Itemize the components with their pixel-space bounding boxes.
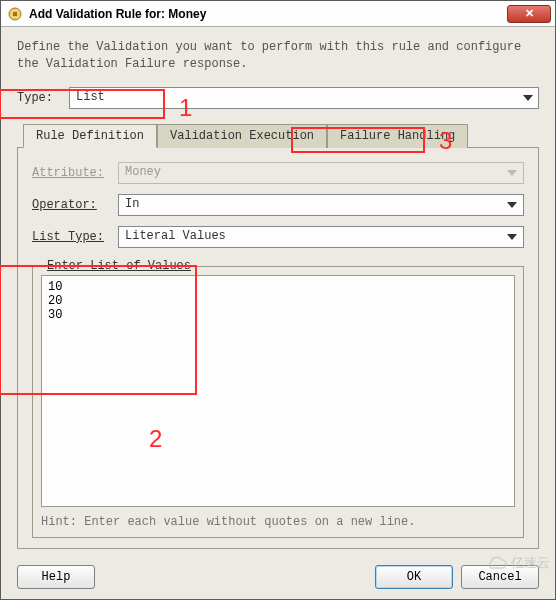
attribute-label: Attribute: <box>32 166 118 180</box>
dialog-description: Define the Validation you want to perfor… <box>17 39 539 73</box>
tab-list: Rule Definition Validation Execution Fai… <box>23 123 539 147</box>
list-type-label: List Type: <box>32 230 118 244</box>
tabs-container: Rule Definition Validation Execution Fai… <box>17 123 539 549</box>
type-select[interactable]: List <box>69 87 539 109</box>
attribute-row: Attribute: Money <box>32 162 524 184</box>
watermark: 亿速云 <box>485 554 550 572</box>
svg-rect-1 <box>13 12 17 16</box>
list-type-value: Literal Values <box>125 229 226 243</box>
tab-failure-handling[interactable]: Failure Handling <box>327 124 468 148</box>
button-row: Help OK Cancel <box>1 557 555 599</box>
attribute-value: Money <box>125 165 161 179</box>
attribute-select: Money <box>118 162 524 184</box>
cloud-icon <box>485 555 507 571</box>
operator-row: Operator: In <box>32 194 524 216</box>
list-values-legend: Enter List of Values <box>43 259 195 273</box>
list-values-textarea[interactable]: 10 20 30 <box>41 275 515 507</box>
operator-select[interactable]: In <box>118 194 524 216</box>
list-values-fieldset: Enter List of Values 10 20 30 Hint: Ente… <box>32 266 524 538</box>
tab-validation-execution[interactable]: Validation Execution <box>157 124 327 148</box>
app-icon <box>7 6 23 22</box>
list-type-row: List Type: Literal Values <box>32 226 524 248</box>
tab-panel-rule-definition: Attribute: Money Operator: In List Type: <box>17 147 539 549</box>
operator-label: Operator: <box>32 198 118 212</box>
type-label: Type: <box>17 91 69 105</box>
dialog-window: Add Validation Rule for: Money ✕ Define … <box>0 0 556 600</box>
type-row: Type: List <box>17 87 539 109</box>
operator-value: In <box>125 197 139 211</box>
content-area: Define the Validation you want to perfor… <box>1 27 555 557</box>
help-button[interactable]: Help <box>17 565 95 589</box>
close-button[interactable]: ✕ <box>507 5 551 23</box>
list-type-select[interactable]: Literal Values <box>118 226 524 248</box>
window-title: Add Validation Rule for: Money <box>29 7 206 21</box>
type-value: List <box>76 90 105 104</box>
ok-button[interactable]: OK <box>375 565 453 589</box>
close-icon: ✕ <box>525 7 534 20</box>
titlebar: Add Validation Rule for: Money ✕ <box>1 1 555 27</box>
list-values-hint: Hint: Enter each value without quotes on… <box>41 515 515 529</box>
tab-rule-definition[interactable]: Rule Definition <box>23 124 157 148</box>
